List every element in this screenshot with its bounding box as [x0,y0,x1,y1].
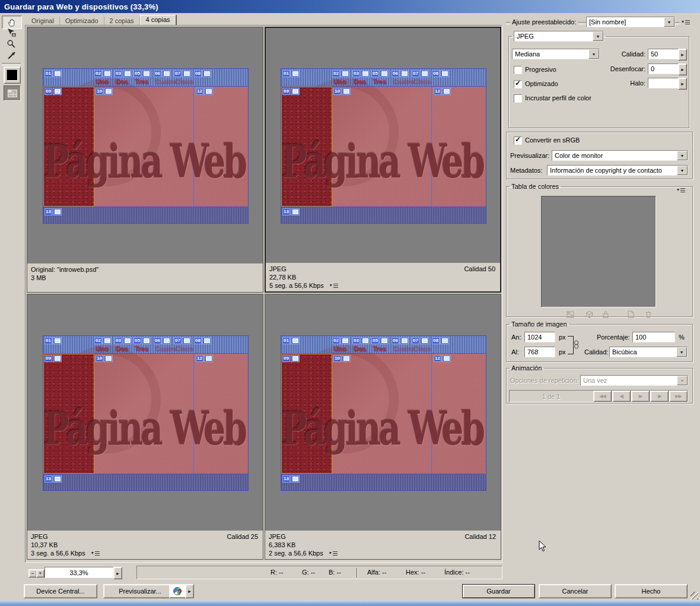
slice-label[interactable]: 05 [133,337,151,344]
desenfocar-spinner[interactable] [678,64,687,75]
zoom-tool[interactable] [5,38,18,49]
previous-frame-button[interactable]: ◀| [612,391,631,402]
slice-label[interactable]: 09 [44,88,62,95]
slice-label[interactable]: 05 [133,70,151,77]
slice-label[interactable]: 13 [282,208,300,215]
slice-label[interactable]: 01 [44,337,62,344]
halo-spinner[interactable] [678,78,687,90]
calidad-spinner[interactable] [678,49,687,61]
zoom-menu-button[interactable] [113,567,122,579]
halo-input[interactable] [648,78,679,88]
combo-arrow-icon[interactable] [588,49,599,59]
slice-label[interactable]: 10 [333,355,351,362]
slice-label[interactable]: 06 [392,70,409,77]
snap-transparency-icon[interactable] [565,310,575,319]
slice-label[interactable]: 01 [44,70,62,77]
slice-label[interactable]: 12 [196,88,213,95]
speed-menu-icon[interactable] [329,551,338,556]
tab-optimizado[interactable]: Optimizado [60,17,104,26]
slice-label[interactable]: 10 [333,88,351,95]
resample-combobox[interactable]: Bicúbica [609,347,688,357]
slice-label[interactable]: 02 [332,70,349,77]
zoom-in-button[interactable]: + [36,569,44,578]
slice-label[interactable]: 10 [96,355,113,362]
slice-label[interactable]: 02 [94,337,112,344]
foreground-color-swatch[interactable] [4,66,21,84]
tab-2-copias[interactable]: 2 copias [104,17,140,26]
slice-label[interactable]: 09 [44,355,62,362]
slice-label[interactable]: 06 [392,337,409,344]
previsualizar-combobox[interactable]: Color de monitor [552,150,688,161]
calidad-input[interactable] [648,49,679,59]
desenfocar-input[interactable] [648,64,679,74]
slice-label[interactable]: 09 [282,88,300,95]
progresivo-checkbox[interactable] [514,66,522,74]
slice-label[interactable]: 07 [412,337,429,344]
browser-preview-menu-button[interactable] [185,584,194,598]
color-table[interactable] [541,196,656,307]
slice-label[interactable]: 08 [432,70,449,77]
slice-label[interactable]: 12 [434,355,451,362]
slice-label[interactable]: 09 [282,355,300,362]
tab-original[interactable]: Original [26,17,60,26]
combo-arrow-icon[interactable] [677,166,688,175]
slice-label[interactable]: 03 [114,337,132,344]
slice-label[interactable]: 01 [282,337,300,344]
device-central-button[interactable]: Device Central... [24,584,97,598]
slice-label[interactable]: 10 [96,88,113,95]
metadatos-combobox[interactable]: Información de copyright y de contacto [547,165,688,176]
slice-label[interactable]: 07 [174,337,191,344]
combo-arrow-icon[interactable] [677,151,688,160]
slice-label[interactable]: 03 [352,337,370,344]
slice-label[interactable]: 07 [174,70,191,77]
previsualizar-button[interactable]: Previsualizar... [103,584,177,598]
new-color-icon[interactable] [625,310,636,319]
slice-label[interactable]: 03 [352,70,370,77]
browser-preview-button[interactable]: ? [169,584,186,598]
slice-label[interactable]: 12 [196,355,213,362]
speed-menu-icon[interactable] [91,551,100,556]
format-combobox[interactable]: JPEG [514,31,604,42]
slice-label[interactable]: 01 [282,70,300,77]
slice-label[interactable]: 13 [282,475,300,483]
play-button[interactable]: ▶ [631,391,650,402]
cancelar-button[interactable]: Cancelar [539,584,612,598]
resize-grip[interactable] [691,592,698,599]
compression-combobox[interactable]: Mediana [512,49,600,59]
speed-menu-icon[interactable] [330,283,338,288]
eyedropper-tool[interactable] [5,50,18,61]
repeat-combobox[interactable]: Una vez [580,375,688,386]
tab-4-copias[interactable]: 4 copias [140,15,176,26]
slice-label[interactable]: 08 [194,70,211,77]
slice-label[interactable]: 05 [371,70,389,77]
slice-label[interactable]: 02 [94,70,112,77]
incrustar-checkbox[interactable] [514,94,522,103]
slice-label[interactable]: 06 [154,337,171,344]
preset-combobox[interactable]: [Sin nombre] [586,17,675,27]
web-shift-icon[interactable] [584,310,594,319]
first-frame-button[interactable]: ◀◀ [593,391,612,402]
next-frame-button[interactable]: |▶ [650,391,669,402]
srgb-checkbox[interactable] [514,137,522,145]
preview-panel-jpeg-50[interactable]: 01020305060708UnoDosTresCuatroCinco09101… [265,27,501,293]
height-input[interactable] [524,347,555,357]
slice-label[interactable]: 02 [332,337,349,344]
slice-label[interactable]: 12 [434,88,451,95]
zoom-out-button[interactable]: − [28,569,37,578]
combo-arrow-icon[interactable] [664,17,674,27]
slice-label[interactable]: 07 [412,70,429,77]
slice-label[interactable]: 08 [432,337,449,344]
slice-label[interactable]: 13 [44,208,62,215]
combo-arrow-icon[interactable] [593,31,603,41]
combo-arrow-icon[interactable] [676,347,687,357]
hecho-button[interactable]: Hecho [615,584,688,598]
last-frame-button[interactable]: ▶▶ [669,391,688,402]
preview-panel-jpeg-25[interactable]: 01020305060708UnoDosTresCuatroCinco09101… [27,294,263,560]
slice-label[interactable]: 08 [194,337,211,344]
preview-panel-jpeg-12[interactable]: 01020305060708UnoDosTresCuatroCinco09101… [265,294,501,560]
optimizado-checkbox[interactable] [514,80,522,88]
slice-label[interactable]: 03 [114,70,132,77]
slice-select-tool[interactable] [5,27,18,37]
zoom-level-field[interactable]: 33,3% [44,567,113,578]
preview-panel-original[interactable]: 01020305060708UnoDosTresCuatroCinco09101… [27,27,263,293]
